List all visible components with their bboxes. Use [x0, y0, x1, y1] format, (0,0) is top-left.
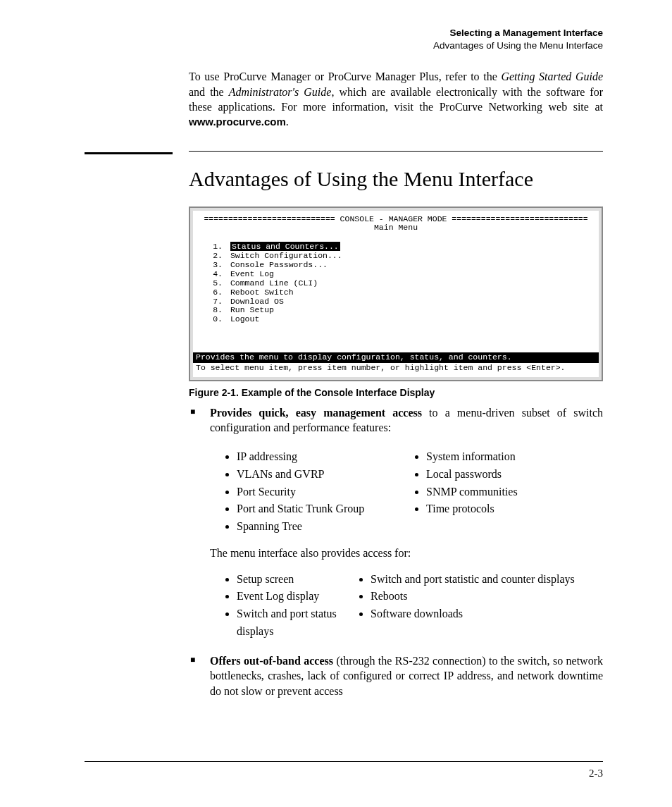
bullet-quick-access: Provides quick, easy management access t… — [189, 405, 603, 641]
console-status-bar: Provides the menu to display configurati… — [193, 352, 599, 363]
feature-item: Spanning Tree — [237, 518, 413, 536]
access-item: Software downloads — [371, 605, 603, 623]
feature-item: Port and Static Trunk Group — [237, 500, 413, 518]
features-right-list: System informationLocal passwordsSNMP co… — [413, 448, 603, 518]
access-right-list: Switch and port statistic and counter di… — [358, 571, 603, 623]
console-subtitle: Main Menu — [193, 223, 599, 233]
feature-item: VLANs and GVRP — [237, 466, 413, 483]
also-provides-text: The menu interface also provides access … — [210, 546, 603, 561]
feature-item: Local passwords — [426, 466, 603, 483]
intro-italic-2: Administrator's Guide — [229, 86, 332, 98]
feature-item: Time protocols — [426, 500, 603, 518]
feature-item: System information — [426, 448, 603, 466]
running-head-title: Selecting a Management Interface — [189, 27, 603, 39]
intro-text-1: To use ProCurve Manager or ProCurve Mana… — [189, 70, 501, 82]
figure-caption: Figure 2-1. Example of the Console Inter… — [189, 387, 603, 398]
access-item: Event Log display — [237, 588, 344, 605]
access-item: Reboots — [371, 588, 603, 605]
running-head: Selecting a Management Interface Advanta… — [189, 27, 603, 52]
console-menu-item: 8. Run Setup — [210, 306, 599, 315]
intro-url: www.procurve.com — [189, 116, 286, 128]
access-columns: Setup screenEvent Log displaySwitch and … — [224, 571, 603, 641]
section-heading: Advantages of Using the Menu Interface — [189, 167, 603, 191]
features-left-list: IP addressingVLANs and GVRPPort Security… — [224, 448, 413, 536]
console-menu-list: 1. Status and Counters...2. Switch Confi… — [210, 242, 599, 324]
page-number: 2-3 — [0, 768, 603, 780]
feature-item: Port Security — [237, 483, 413, 501]
feature-item: IP addressing — [237, 448, 413, 466]
feature-item: SNMP communities — [426, 483, 603, 501]
intro-text-2: and the — [189, 86, 229, 98]
bullet-out-of-band: Offers out-of-band access (through the R… — [189, 653, 603, 699]
console-menu-item: 0. Logout — [210, 315, 599, 324]
access-item: Setup screen — [237, 571, 344, 589]
intro-text-4: . — [286, 116, 289, 128]
access-item: Switch and port statistic and counter di… — [371, 571, 603, 589]
bullet-lead-2: Offers out-of-band access — [210, 655, 333, 667]
running-head-subtitle: Advantages of Using the Menu Interface — [189, 39, 603, 52]
section-rule — [85, 151, 603, 154]
console-screenshot: =========================== CONSOLE - MA… — [189, 207, 603, 381]
intro-italic-1: Getting Started Guide — [501, 70, 603, 82]
console-help-line: To select menu item, press item number, … — [193, 363, 599, 377]
access-left-list: Setup screenEvent Log displaySwitch and … — [224, 571, 344, 641]
access-item: Switch and port status displays — [237, 605, 344, 641]
intro-paragraph: To use ProCurve Manager or ProCurve Mana… — [189, 69, 603, 129]
features-columns: IP addressingVLANs and GVRPPort Security… — [224, 448, 603, 536]
footer-rule — [85, 761, 603, 762]
bullet-lead-1: Provides quick, easy management access — [210, 407, 422, 419]
